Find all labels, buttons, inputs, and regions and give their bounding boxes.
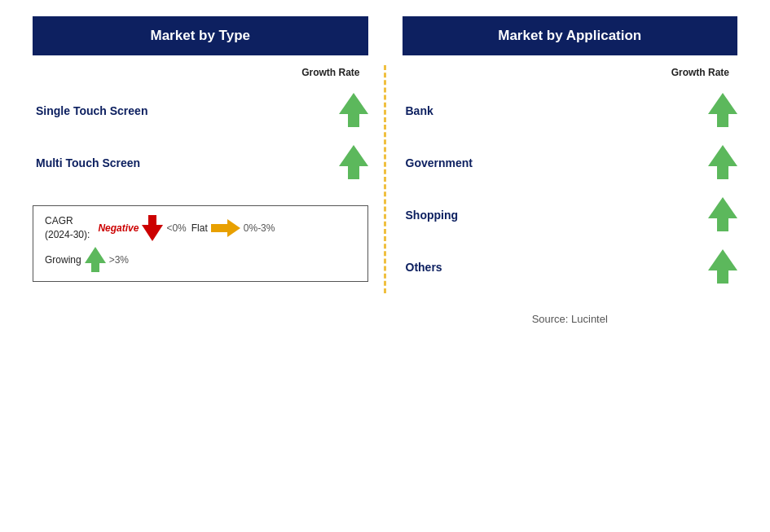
right-panel: Market by Application Growth Rate Bank G… <box>386 16 738 516</box>
right-item-row-3: Shopping <box>403 189 738 241</box>
right-item-row-4: Others <box>403 241 738 293</box>
legend-growing: Growing >3% <box>45 247 129 273</box>
multi-touch-arrow-up-icon <box>339 145 368 181</box>
bank-arrow-up-icon <box>708 93 737 129</box>
legend-negative-value: <0% <box>166 222 186 234</box>
bank-label: Bank <box>406 104 433 117</box>
legend-cagr-label: CAGR(2024-30): <box>45 214 90 242</box>
government-label: Government <box>406 156 473 169</box>
others-arrow-up-icon <box>708 249 737 285</box>
legend-flat: Flat 0%-3% <box>191 219 275 237</box>
single-touch-label: Single Touch Screen <box>36 104 147 117</box>
legend-growing-label: Growing <box>45 254 81 266</box>
legend-flat-label: Flat <box>191 222 208 234</box>
legend-flat-value: 0%-3% <box>244 222 275 234</box>
left-growth-rate-label: Growth Rate <box>33 67 368 78</box>
main-container: Market by Type Growth Rate Single Touch … <box>0 0 770 532</box>
legend-green-arrow-up-icon <box>85 247 106 273</box>
right-item-row-2: Government <box>403 137 738 189</box>
single-touch-arrow-up-icon <box>339 93 368 129</box>
legend-box: CAGR(2024-30): Negative <0% Flat 0%-3% G… <box>33 205 368 282</box>
legend-negative: Negative <0% <box>98 215 186 241</box>
left-title: Market by Type <box>150 28 250 43</box>
legend-red-arrow-down-icon <box>142 215 163 241</box>
right-header: Market by Application <box>403 16 738 55</box>
government-arrow-up-icon <box>708 145 737 181</box>
shopping-arrow-up-icon <box>708 197 737 233</box>
others-label: Others <box>406 261 442 274</box>
left-item-row-1: Single Touch Screen <box>33 85 368 137</box>
right-growth-rate-label: Growth Rate <box>403 67 738 78</box>
shopping-label: Shopping <box>406 209 459 222</box>
right-item-row-1: Bank <box>403 85 738 137</box>
multi-touch-label: Multi Touch Screen <box>36 156 140 169</box>
right-title: Market by Application <box>498 28 641 43</box>
legend-growing-value: >3% <box>109 254 129 266</box>
left-item-row-2: Multi Touch Screen <box>33 137 368 189</box>
legend-negative-label: Negative <box>98 222 139 234</box>
legend-orange-arrow-icon <box>211 219 240 237</box>
source-text: Source: Lucintel <box>403 313 738 325</box>
left-header: Market by Type <box>33 16 368 55</box>
left-panel: Market by Type Growth Rate Single Touch … <box>33 16 385 516</box>
